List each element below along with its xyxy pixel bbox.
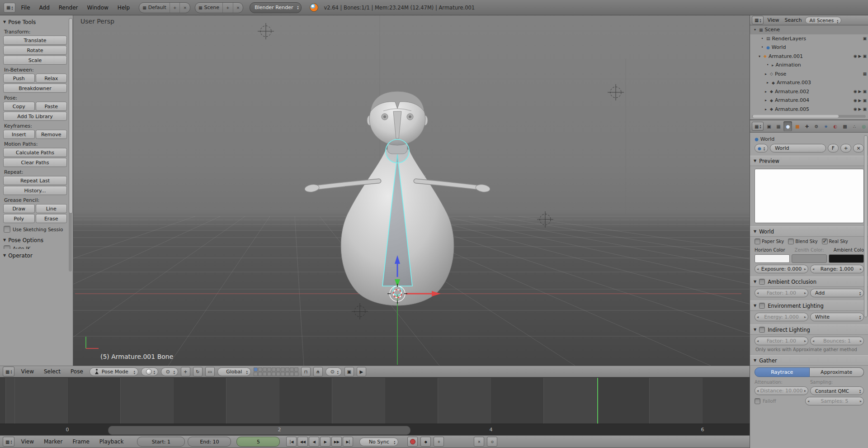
samples-slider[interactable]: Samples: 5 [805, 397, 864, 405]
close-scene-button[interactable] [233, 3, 243, 13]
selectable-icon[interactable]: ▶ [859, 107, 862, 111]
tab-modifiers[interactable]: ⚙ [812, 121, 821, 131]
scrollbar-handle[interactable] [69, 18, 73, 214]
expander-icon[interactable]: ▾ [757, 54, 762, 58]
auto-keyframe-toggle[interactable] [407, 437, 418, 447]
outliner-scrollbar[interactable] [752, 115, 866, 118]
mode-select[interactable]: Pose Mode [90, 367, 138, 376]
sync-mode-select[interactable]: No Sync [359, 438, 398, 446]
left-hand[interactable] [304, 184, 320, 193]
empty-object[interactable] [608, 84, 624, 100]
layer-cell[interactable] [258, 367, 262, 372]
layer-cell[interactable] [285, 367, 289, 372]
panel-header-world[interactable]: World [750, 226, 868, 237]
ao-factor-slider[interactable]: Factor: 1.00 [755, 289, 808, 297]
exposure-slider[interactable]: Exposure: 0.000 [755, 265, 808, 273]
renderlayer-toggle-icon[interactable]: ▣ [863, 36, 867, 41]
transform-orientation-select[interactable]: Global [217, 367, 251, 376]
timeline-editor[interactable]: 0 2 4 6 [0, 377, 750, 436]
render-toggle-icon[interactable]: ▣ [863, 89, 867, 94]
tab-particles[interactable]: ∴ [850, 121, 859, 131]
menu-view[interactable]: View [17, 438, 37, 446]
bone-tip-circle[interactable] [386, 139, 409, 163]
insert-keyframe-button[interactable]: Insert [3, 130, 35, 139]
auto-ik-checkbox[interactable] [4, 245, 10, 249]
layer-cell[interactable] [267, 367, 271, 372]
eye-icon[interactable]: ◉ [854, 54, 857, 58]
layer-cell[interactable] [272, 372, 276, 376]
current-frame-field[interactable]: 5 [236, 437, 280, 447]
insert-keyframe-button[interactable] [434, 437, 444, 447]
layer-cell[interactable] [281, 367, 285, 372]
timeline-scrollbar[interactable]: 0 2 4 6 [0, 424, 750, 436]
scale-manipulator-toggle[interactable]: ▭ [205, 367, 215, 377]
indirect-bounces-slider[interactable]: Bounces: 1 [810, 337, 864, 345]
paste-pose-button[interactable]: Paste [36, 102, 67, 111]
menu-file[interactable]: File [17, 4, 33, 12]
3d-viewport[interactable]: User Persp (5) Armature.001 Bone Pose To… [0, 15, 750, 366]
menu-pose[interactable]: Pose [67, 367, 87, 376]
add-screen-button[interactable] [170, 3, 180, 13]
layers-widget[interactable] [254, 367, 298, 376]
blend-sky-checkbox[interactable] [788, 238, 794, 244]
prev-keyframe-button[interactable]: ◀◀ [297, 437, 308, 447]
zenith-color-swatch[interactable] [792, 254, 827, 263]
breadcrumb[interactable]: World [760, 136, 775, 142]
layer-cell[interactable] [263, 372, 267, 376]
sampling-type-select[interactable]: Constant QMC [810, 386, 864, 395]
render-toggle-icon[interactable]: ▣ [863, 98, 867, 103]
tab-object[interactable]: ■ [793, 121, 802, 131]
panel-header-environment-lighting[interactable]: Environment Lighting [750, 300, 868, 311]
scene-selector[interactable]: Scene [195, 2, 243, 13]
ao-blend-select[interactable]: Add [810, 289, 864, 297]
panel-header-gather[interactable]: Gather [750, 355, 868, 366]
world-name-field[interactable]: World [770, 144, 826, 153]
jump-to-end-button[interactable]: ▶| [343, 437, 353, 447]
outliner-item-armature-004[interactable]: ▸◆ Armature.004 ◉▶▣ [750, 96, 868, 105]
outliner-item-renderlayers[interactable]: •▤ RenderLayers ▣ [750, 34, 868, 43]
screen-layout-name[interactable]: Default [148, 5, 166, 10]
gp-erase-button[interactable]: Erase [36, 214, 67, 223]
scrollbar-handle[interactable] [753, 115, 839, 118]
screen-layout-selector[interactable]: Default [139, 2, 190, 13]
close-screen-button[interactable] [179, 3, 190, 13]
eye-icon[interactable]: ◉ [854, 89, 857, 94]
expander-icon[interactable]: ▸ [764, 72, 768, 76]
menu-select[interactable]: Select [40, 367, 64, 376]
layer-cell[interactable] [285, 372, 289, 376]
layer-cell[interactable] [276, 372, 280, 376]
repeat-last-button[interactable]: Repeat Last [3, 176, 67, 185]
outliner-item-armature-002[interactable]: ▸◆ Armature.002 ◉▶▣ [750, 87, 868, 96]
render-toggle-icon[interactable]: ▣ [863, 107, 867, 111]
world-browse-select[interactable] [755, 144, 768, 153]
menu-render[interactable]: Render [55, 4, 82, 12]
keying-set-select[interactable] [420, 437, 431, 447]
layer-cell[interactable] [281, 372, 285, 376]
snap-toggle[interactable] [313, 367, 323, 377]
rotate-button[interactable]: Rotate [3, 46, 67, 55]
render-toggle-icon[interactable]: ▣ [863, 54, 867, 58]
menu-search[interactable]: Search [783, 17, 804, 23]
scene-name[interactable]: Scene [204, 5, 220, 10]
selectable-icon[interactable]: ▶ [859, 98, 862, 103]
viewport-canvas[interactable] [0, 15, 750, 366]
rotate-manipulator-toggle[interactable]: ↻ [193, 367, 203, 377]
add-world-button[interactable] [840, 144, 851, 153]
history-button[interactable]: History... [3, 186, 67, 195]
menu-playback[interactable]: Playback [96, 438, 127, 446]
editor-type-button[interactable]: ▴ ▾ [752, 16, 764, 24]
calculate-paths-button[interactable]: Calculate Paths [3, 148, 67, 157]
expander-icon[interactable]: ▸ [765, 81, 770, 85]
layer-cell[interactable] [267, 372, 271, 376]
panel-header-indirect-lighting[interactable]: Indirect Lighting [750, 324, 868, 335]
approximate-button[interactable]: Approximate [810, 367, 864, 377]
panel-header-pose-tools[interactable]: Pose Tools [0, 17, 73, 27]
ambient-occlusion-checkbox[interactable] [759, 279, 765, 285]
tab-texture[interactable]: ▩ [840, 121, 849, 131]
editor-type-button[interactable]: ▴ ▾ [3, 437, 14, 447]
menu-window[interactable]: Window [84, 4, 112, 12]
menu-help[interactable]: Help [114, 4, 133, 12]
editor-type-button[interactable]: ▴ ▾ [3, 367, 14, 377]
lock-to-scene-toggle[interactable]: ⊓ [301, 367, 311, 377]
menu-view[interactable]: View [765, 17, 781, 23]
